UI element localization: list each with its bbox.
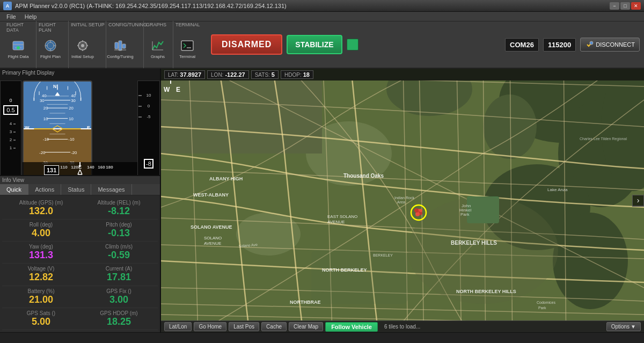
value-gps-fix: 3.00 bbox=[109, 294, 128, 305]
svg-text:40: 40 bbox=[71, 93, 76, 98]
svg-point-85 bbox=[408, 196, 558, 304]
svg-text:NORTH BERKELEY: NORTH BERKELEY bbox=[322, 267, 367, 273]
svg-text:120: 120 bbox=[71, 165, 78, 170]
cache-button[interactable]: Cache bbox=[261, 322, 287, 331]
com-port-display[interactable]: COM26 bbox=[505, 38, 539, 52]
last-pos-button[interactable]: Last Pos bbox=[229, 322, 259, 331]
speed-tape: 0 0.5 4 3 2 1 bbox=[0, 81, 21, 176]
value-gps-hdop: 18.25 bbox=[107, 316, 131, 327]
menu-item-file[interactable]: File bbox=[2, 12, 20, 21]
compass-e: E bbox=[87, 125, 90, 130]
svg-text:EAST SOLANO: EAST SOLANO bbox=[327, 214, 357, 219]
options-button[interactable]: Options ▼ bbox=[606, 322, 641, 331]
follow-vehicle-button[interactable]: Follow Vehicle bbox=[325, 322, 378, 332]
section-label-flight-plan: FLIGHT PLAN bbox=[39, 22, 68, 33]
svg-text:E: E bbox=[176, 86, 180, 93]
svg-text:2: 2 bbox=[10, 137, 12, 142]
svg-text:-5: -5 bbox=[147, 114, 151, 119]
maximize-button[interactable]: □ bbox=[620, 2, 630, 10]
left-panel: Primary Flight Display 0 0.5 4 3 2 1 bbox=[0, 69, 161, 332]
titlebar-left: A APM Planner v2.0.0 (RC1) (A-THINK: 169… bbox=[3, 2, 287, 10]
svg-text:Thousand Oaks: Thousand Oaks bbox=[343, 173, 384, 179]
map-zoom-controls[interactable]: › bbox=[632, 195, 644, 207]
flight-plan-button[interactable]: Flight Plan bbox=[39, 34, 62, 62]
lon-field: LON: -122.27 bbox=[207, 70, 249, 79]
initial-setup-button[interactable]: Initial Setup bbox=[71, 34, 94, 62]
speed-value: 0.5 bbox=[3, 105, 18, 115]
label-gps-hdop: GPS HDOP (m) bbox=[100, 310, 137, 316]
heading-tape: 90 110 120 E 140 160 180 bbox=[23, 162, 137, 175]
terminal-button[interactable]: Terminal bbox=[175, 34, 199, 62]
svg-line-70 bbox=[78, 170, 80, 174]
alt-value: -8 bbox=[144, 159, 153, 169]
options-chevron-icon: ▼ bbox=[631, 324, 636, 330]
svg-point-92 bbox=[414, 208, 419, 213]
tab-quick[interactable]: Quick bbox=[0, 184, 28, 195]
label-voltage: Voltage (V) bbox=[28, 266, 54, 272]
value-alt-rel: -8.12 bbox=[108, 206, 130, 217]
toolbar-section-config: CONFIG/TUNING Config/Tuning bbox=[106, 21, 144, 68]
svg-text:Charles Lee Tilden Regional: Charles Lee Tilden Regional bbox=[580, 137, 627, 141]
app-title: APM Planner v2.0.0 (RC1) (A-THINK: 169.2… bbox=[15, 3, 287, 9]
svg-text:20: 20 bbox=[43, 106, 48, 111]
svg-marker-52 bbox=[55, 92, 60, 96]
svg-point-10 bbox=[590, 41, 593, 45]
svg-text:BERKELEY: BERKELEY bbox=[373, 253, 393, 257]
sats-field: SATS: 5 bbox=[251, 70, 279, 79]
info-cell-pitch: Pitch (deg) -0.13 bbox=[80, 220, 158, 242]
section-label-flight-data: FLIGHT DATA bbox=[6, 22, 36, 33]
label-gps-fix: GPS Fix () bbox=[106, 288, 131, 294]
config-button[interactable]: Config/Tuning bbox=[108, 34, 132, 62]
value-climb: -0.59 bbox=[108, 250, 130, 261]
hdop-field: HDOP: 18 bbox=[281, 70, 313, 79]
minimize-button[interactable]: − bbox=[610, 2, 619, 10]
info-cell-yaw: Yaw (deg) 131.3 bbox=[2, 242, 80, 264]
tab-messages[interactable]: Messages bbox=[91, 184, 131, 195]
lon-label: LON: bbox=[211, 72, 223, 78]
tab-actions[interactable]: Actions bbox=[28, 184, 61, 195]
svg-point-1 bbox=[17, 46, 20, 49]
svg-text:-20: -20 bbox=[39, 150, 45, 155]
svg-rect-9 bbox=[181, 41, 193, 50]
baud-rate-display[interactable]: 115200 bbox=[543, 38, 576, 52]
svg-text:Park: Park bbox=[460, 212, 470, 217]
flight-data-button[interactable]: Flight Data bbox=[6, 34, 30, 62]
svg-text:10: 10 bbox=[43, 116, 48, 121]
section-label-terminal: TERMINAL bbox=[175, 22, 200, 27]
svg-text:3: 3 bbox=[10, 129, 12, 134]
stabilize-button[interactable]: STABILIZE bbox=[287, 35, 342, 54]
value-gps-sats: 5.00 bbox=[32, 316, 50, 327]
close-button[interactable]: ✕ bbox=[631, 2, 641, 10]
tab-status[interactable]: Status bbox=[61, 184, 91, 195]
svg-text:4: 4 bbox=[10, 121, 12, 126]
svg-rect-7 bbox=[119, 41, 122, 50]
go-home-button[interactable]: Go Home bbox=[194, 322, 226, 331]
svg-text:SOLANO: SOLANO bbox=[204, 236, 222, 240]
map-background[interactable]: ALBANY HIGH WEST-ALBANY SOLANO AVENUE SO… bbox=[161, 81, 644, 320]
disarmed-button[interactable]: DISARMED bbox=[211, 34, 282, 55]
graphs-button[interactable]: Graphs bbox=[146, 34, 170, 62]
clear-map-button[interactable]: Clear Map bbox=[289, 322, 323, 331]
info-cell-roll: Roll (deg) 4.00 bbox=[2, 220, 80, 242]
value-roll: 4.00 bbox=[32, 228, 50, 239]
status-bar bbox=[0, 332, 644, 343]
label-alt-gps: Altitude (GPS) (m) bbox=[19, 200, 63, 206]
menu-item-help[interactable]: Help bbox=[20, 12, 41, 21]
zoom-in-button[interactable]: › bbox=[633, 195, 643, 206]
lon-value: -122.27 bbox=[225, 71, 245, 78]
lat-lon-button[interactable]: Lat/Lon bbox=[164, 322, 192, 331]
disconnect-button[interactable]: DISCONNECT bbox=[580, 38, 640, 52]
svg-rect-86 bbox=[311, 250, 408, 304]
info-cell-climb: Climb (m/s) -0.59 bbox=[80, 242, 158, 264]
toolbar-icons-flight-data: Flight Data bbox=[6, 31, 34, 66]
app-icon: A bbox=[3, 2, 12, 10]
hdop-label: HDOP: bbox=[284, 72, 302, 78]
terminal-label: Terminal bbox=[179, 54, 195, 59]
svg-line-71 bbox=[80, 170, 82, 174]
svg-text:ALBANY HIGH: ALBANY HIGH bbox=[209, 176, 243, 181]
map-area[interactable]: LAT: 37.8927 LON: -122.27 SATS: 5 HDOP: … bbox=[161, 69, 644, 332]
toolbar-sections: FLIGHT DATA Flight Data FLIGHT PLAN bbox=[4, 21, 206, 68]
window-controls: − □ ✕ bbox=[610, 2, 641, 10]
info-cell-voltage: Voltage (V) 12.82 bbox=[2, 264, 80, 286]
svg-text:20: 20 bbox=[69, 106, 74, 111]
